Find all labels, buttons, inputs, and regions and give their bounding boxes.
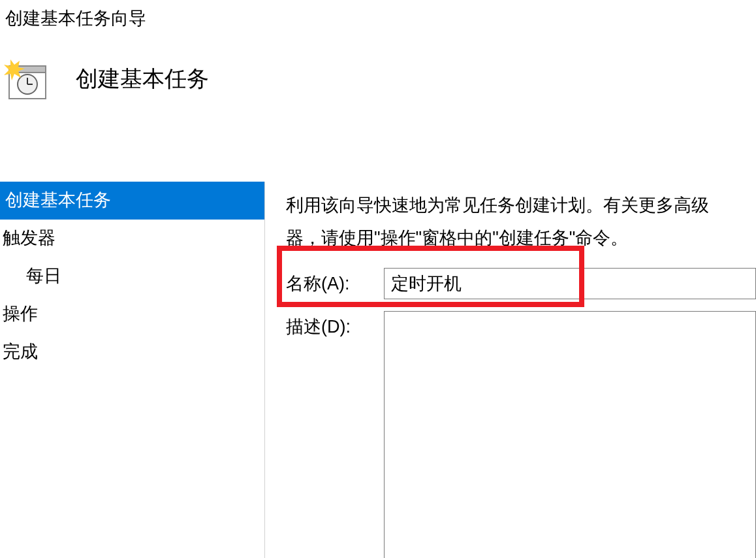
intro-line-1: 利用该向导快速地为常见任务创建计划。有关更多高级: [286, 195, 709, 215]
description-label: 描述(D):: [286, 311, 384, 338]
description-row: 描述(D):: [286, 311, 756, 558]
sidebar-item-daily[interactable]: 每日: [0, 257, 264, 295]
name-input[interactable]: [384, 268, 756, 299]
name-row: 名称(A):: [286, 268, 756, 299]
header-title: 创建基本任务: [76, 64, 209, 94]
sidebar-item-action[interactable]: 操作: [0, 295, 264, 333]
description-textarea[interactable]: [384, 311, 756, 558]
main-panel: 利用该向导快速地为常见任务创建计划。有关更多高级 器，请使用"操作"窗格中的"创…: [265, 182, 756, 558]
wizard-sidebar: 创建基本任务 触发器 每日 操作 完成: [0, 182, 265, 558]
intro-line-2: 器，请使用"操作"窗格中的"创建任务"命令。: [286, 228, 628, 248]
content-area: 创建基本任务 触发器 每日 操作 完成 利用该向导快速地为常见任务创建计划。有关…: [0, 182, 756, 558]
task-wizard-icon: [3, 56, 50, 103]
window-title: 创建基本任务向导: [5, 7, 146, 30]
sidebar-item-trigger[interactable]: 触发器: [0, 220, 264, 257]
intro-text: 利用该向导快速地为常见任务创建计划。有关更多高级 器，请使用"操作"窗格中的"创…: [286, 189, 756, 255]
name-label: 名称(A):: [286, 268, 384, 295]
sidebar-item-create-basic-task[interactable]: 创建基本任务: [0, 182, 264, 220]
header-section: 创建基本任务: [3, 56, 209, 103]
sidebar-item-finish[interactable]: 完成: [0, 333, 264, 371]
